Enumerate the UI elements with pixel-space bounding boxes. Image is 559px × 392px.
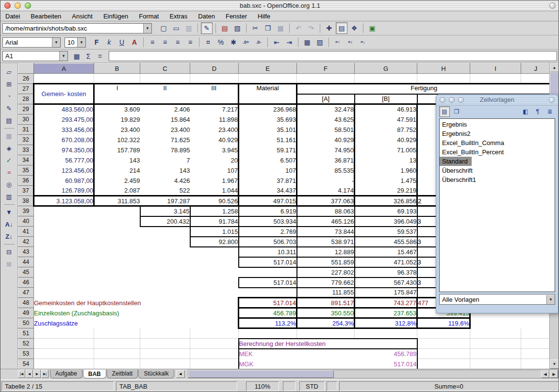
cell-A34[interactable]: 56.777,00 xyxy=(34,155,94,165)
cell-C43[interactable] xyxy=(140,247,190,257)
cell-G33[interactable]: 71.005 xyxy=(355,145,417,155)
cell-F51[interactable] xyxy=(297,328,355,339)
cell-D34[interactable]: 20 xyxy=(190,155,239,165)
cell-F40[interactable]: 465.126 xyxy=(297,216,355,227)
cell-F42[interactable]: 538.971 xyxy=(297,237,355,247)
cell-C40[interactable]: 200.432 xyxy=(140,216,190,227)
cell-C51[interactable] xyxy=(140,328,190,339)
cell-C33[interactable]: 78.895 xyxy=(140,145,190,155)
cell-A38[interactable]: 3.123.058,00 xyxy=(34,196,94,206)
cell-C27[interactable]: II xyxy=(140,84,190,104)
cell-J53[interactable] xyxy=(521,349,551,359)
row-header-54[interactable]: 54 xyxy=(18,359,34,369)
function-icon[interactable]: = xyxy=(94,50,106,62)
cell-I54[interactable] xyxy=(470,359,521,369)
previous-sheet-button[interactable]: ◀ xyxy=(26,370,33,378)
cell-G38[interactable]: 326.856 xyxy=(355,196,417,206)
cell-D32[interactable]: 40.929 xyxy=(190,135,239,145)
cell-A40[interactable] xyxy=(34,216,94,227)
percent-format-icon[interactable]: % xyxy=(215,36,227,48)
cell-A50[interactable]: Zuschlagssätze xyxy=(34,318,239,328)
cell-C31[interactable]: 23.400 xyxy=(140,125,190,135)
cell-A46[interactable] xyxy=(34,278,94,288)
cell-G41[interactable]: 59.537 xyxy=(355,227,417,237)
group-icon[interactable]: ⊟ xyxy=(3,246,16,258)
cell-G47[interactable]: 175.847 xyxy=(355,288,417,298)
find-replace-icon[interactable]: ◎ xyxy=(3,179,16,191)
cell-A33[interactable]: 974.350,00 xyxy=(34,145,94,155)
cell-F50[interactable]: 254,3% xyxy=(297,318,355,328)
style-item-Excel_BuiltIn_Comma[interactable]: Excel_BuiltIn_Comma xyxy=(440,138,555,147)
column-header-A[interactable]: A xyxy=(34,64,94,74)
row-header-39[interactable]: 39 xyxy=(18,206,34,216)
cell-E49[interactable]: 456.789 xyxy=(239,308,297,318)
cell-E50[interactable]: 113,2% xyxy=(239,318,297,328)
cell-E43[interactable]: 10.311 xyxy=(239,247,297,257)
title-bar[interactable]: bab.sxc - OpenOffice.org 1.1 xyxy=(0,0,559,11)
update-style-icon[interactable]: ≣ xyxy=(544,106,555,117)
cell-D35[interactable]: 107 xyxy=(190,165,239,176)
row-header-35[interactable]: 35 xyxy=(18,165,34,176)
cell-G43[interactable]: 15.467 xyxy=(355,247,417,257)
cell-G34[interactable]: 13 xyxy=(355,155,417,165)
cell-G39[interactable]: 69.193 xyxy=(355,206,417,216)
align-right-icon[interactable]: ≡ xyxy=(172,36,183,48)
row-header-50[interactable]: 50 xyxy=(18,318,34,328)
row-header-37[interactable]: 37 xyxy=(18,186,34,196)
cell-B37[interactable]: 2.087 xyxy=(94,186,140,196)
cell-J51[interactable] xyxy=(521,328,551,339)
cell-F26[interactable] xyxy=(297,74,355,84)
chevron-down-icon[interactable]: ▼ xyxy=(52,38,60,47)
cell-F28[interactable]: [A] xyxy=(297,94,355,104)
cell-D53[interactable] xyxy=(190,349,239,359)
menu-daten[interactable]: Daten xyxy=(198,12,220,21)
url-combobox[interactable]: /home/martinix/shots/bab.sxc ▼ xyxy=(2,23,152,33)
rollup-button[interactable] xyxy=(549,2,556,9)
cell-E46[interactable]: 517.014 xyxy=(239,278,297,288)
navigator-icon[interactable]: ✚ xyxy=(323,22,335,34)
cell-F38[interactable]: 377.063 xyxy=(297,196,355,206)
cell-E41[interactable]: 2.769 xyxy=(239,227,297,237)
row-header-46[interactable]: 46 xyxy=(18,278,34,288)
cell-G28[interactable]: [B] xyxy=(355,94,417,104)
cell-G40[interactable]: 396.049 xyxy=(355,216,417,227)
cell-C37[interactable]: 522 xyxy=(140,186,190,196)
cell-C29[interactable]: 2.406 xyxy=(140,104,190,114)
row-header-32[interactable]: 32 xyxy=(18,135,34,145)
selection-mode-field[interactable]: STD xyxy=(299,381,325,391)
currency-format-icon[interactable]: ¤ xyxy=(202,36,214,48)
cell-E40[interactable]: 503.934 xyxy=(239,216,297,227)
cell-I51[interactable] xyxy=(470,328,521,339)
cell-D26[interactable] xyxy=(190,74,239,84)
hyperlink-icon[interactable]: ❖ xyxy=(348,22,360,34)
cell-B31[interactable]: 23.400 xyxy=(94,125,140,135)
cell-G42[interactable]: 455.586 xyxy=(355,237,417,247)
redo-icon[interactable]: ↷ xyxy=(305,22,317,34)
cell-C41[interactable] xyxy=(140,227,190,237)
cell-F34[interactable]: 36.871 xyxy=(297,155,355,165)
row-header-42[interactable]: 42 xyxy=(18,237,34,247)
cell-F30[interactable]: 43.625 xyxy=(297,114,355,125)
cell-D39[interactable]: 1.258 xyxy=(190,206,239,216)
cell-A29[interactable]: 483.560,00 xyxy=(34,104,94,114)
cell-E30[interactable]: 35.693 xyxy=(239,114,297,125)
cell-D52[interactable] xyxy=(190,339,239,349)
cell-C39[interactable]: 3.145 xyxy=(140,206,190,216)
font-size-combobox[interactable]: 10 ▼ xyxy=(65,37,86,48)
cell-C52[interactable] xyxy=(140,339,190,349)
cell-A36[interactable]: 60.987,00 xyxy=(34,176,94,186)
cell-F35[interactable]: 85.535 xyxy=(297,165,355,176)
chevron-down-icon[interactable]: ▼ xyxy=(77,38,85,47)
panel-title-bar[interactable]: Zellvorlagen xyxy=(436,95,558,105)
cell-G48[interactable]: 743.277 xyxy=(355,298,417,308)
cell-C26[interactable] xyxy=(140,74,190,84)
add-decimal-icon[interactable]: .0+ xyxy=(240,36,252,48)
cell-B46[interactable] xyxy=(94,278,140,288)
draw-functions-icon[interactable]: ✎ xyxy=(3,102,16,114)
cell-D43[interactable] xyxy=(190,247,239,257)
cell-F27[interactable]: Fertigung xyxy=(297,84,551,94)
cell-F53[interactable]: 456.789 xyxy=(297,349,417,359)
sheet-tab-Aufgabe[interactable]: Aufgabe xyxy=(50,370,82,378)
borders-icon[interactable]: ▦ xyxy=(301,36,313,48)
cell-F31[interactable]: 58.501 xyxy=(297,125,355,135)
